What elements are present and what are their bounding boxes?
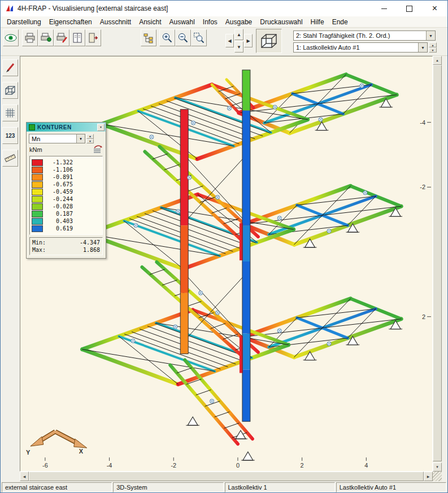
dropdown-arrow-icon[interactable]: ▼ — [76, 134, 85, 143]
zoom-in-icon — [162, 32, 173, 43]
zoom-out-icon — [177, 32, 189, 43]
konturen-panel: KONTUREN ▼ Mn ▼ ▲ ▼ kNm — [26, 122, 106, 259]
menu-item-druckauswahl[interactable]: Druckauswahl — [256, 18, 306, 27]
spin-down-button[interactable]: ▼ — [429, 47, 437, 53]
color-swatch — [32, 189, 43, 195]
scale-options-button[interactable] — [93, 145, 103, 154]
zoom-in-button[interactable] — [159, 29, 175, 46]
column-red — [180, 110, 188, 354]
ruler-label: -4 — [420, 119, 425, 126]
ruler-label: 2 — [301, 462, 304, 469]
ruler-label: -4 — [107, 462, 112, 469]
scroll-down-button[interactable]: ▼ — [433, 463, 442, 472]
scale-value: -0.028 — [46, 203, 73, 210]
mesh-view-button[interactable] — [2, 104, 18, 121]
ruler-label: 0 — [236, 462, 240, 469]
h-scrollbar[interactable]: ◀ ▶ — [20, 472, 433, 481]
platform-bottom-right — [243, 299, 401, 357]
spin-up-button[interactable]: ▲ — [429, 42, 437, 47]
spin-up-button[interactable]: ▲ — [86, 134, 94, 139]
scale-options-icon — [93, 145, 103, 153]
min-label: Min: — [32, 239, 46, 246]
pan-left-button[interactable]: ◀ — [225, 34, 234, 47]
tree-view-button[interactable] — [141, 29, 156, 46]
spin-down-button[interactable]: ▼ — [86, 139, 94, 144]
menu-item-ansicht[interactable]: Ansicht — [135, 18, 165, 27]
axis-indicator: Y X — [26, 431, 87, 456]
scroll-up-button[interactable]: ▲ — [433, 56, 442, 65]
scale-row: 0.187 — [32, 210, 101, 217]
print-button[interactable] — [22, 29, 38, 46]
viewport[interactable]: Y X -6 -4 -2 0 2 4 -4 -2 2 — [20, 56, 433, 472]
measure-button[interactable] — [2, 150, 18, 167]
menu-item-ende[interactable]: Ende — [328, 18, 352, 27]
numbering-button[interactable]: 123 — [2, 127, 18, 144]
printer-user-icon — [40, 33, 51, 43]
minimize-icon — [381, 8, 387, 9]
dropdown-arrow-icon[interactable]: ▼ — [418, 43, 427, 52]
menu-item-darstellung[interactable]: Darstellung — [3, 18, 45, 27]
analysis-select[interactable]: 2: Stahl Tragfähigkeit (Th. 2. Ord.) ▼ — [293, 30, 436, 41]
menu-item-ausschnitt[interactable]: Ausschnitt — [96, 18, 135, 27]
dropdown-arrow-icon[interactable]: ▼ — [426, 31, 435, 40]
menu-item-eigenschaften[interactable]: Eigenschaften — [45, 18, 96, 27]
scale-row: -0.891 — [32, 173, 101, 181]
color-swatch — [32, 181, 43, 188]
maximize-button[interactable] — [397, 1, 422, 16]
report-button[interactable] — [69, 29, 85, 46]
print-edit-button[interactable] — [54, 29, 69, 46]
menu-item-auswahl[interactable]: Auswahl — [165, 18, 198, 27]
zoom-out-button[interactable] — [175, 29, 191, 46]
arrow-left-icon: ◀ — [228, 38, 231, 43]
color-swatch — [32, 203, 43, 210]
h-scroll-thumb[interactable] — [29, 472, 424, 481]
minimize-button[interactable] — [371, 1, 397, 16]
pan-right-button[interactable]: ▶ — [244, 34, 253, 47]
menu-item-infos[interactable]: Infos — [199, 18, 221, 27]
v-scroll-thumb[interactable] — [433, 65, 442, 461]
loadcase-select[interactable]: 1: Lastkollektiv Auto #1 ▼ — [293, 42, 428, 53]
scroll-left-button[interactable]: ◀ — [20, 472, 29, 481]
prism-icon — [5, 85, 16, 96]
scale-value: -0.675 — [46, 181, 73, 187]
edit-mode-button[interactable] — [2, 59, 18, 76]
loadcase-select-value: 1: Lastkollektiv Auto #1 — [294, 44, 418, 51]
view-visibility-button[interactable] — [3, 29, 19, 46]
scroll-right-button[interactable]: ▶ — [424, 472, 433, 481]
ruler-label: -6 — [42, 462, 48, 469]
pan-up-button[interactable]: ▲ — [234, 29, 243, 40]
perspective-view-button[interactable] — [256, 29, 282, 53]
v-scrollbar[interactable]: ▲ ▼ — [433, 56, 442, 472]
status-bar: external staircase east 3D-System Lastko… — [1, 481, 447, 493]
color-swatch — [32, 174, 43, 181]
mesh-icon — [5, 107, 16, 119]
ruler-label: 4 — [364, 462, 368, 469]
quantity-select-value: Mn — [29, 136, 76, 142]
toolbar: ◀ ▲ ▼ ▶ 2: Stahl Tragfähigkeit (Th. 2. O… — [1, 28, 447, 56]
color-swatch — [32, 196, 43, 203]
scale-value: 0.187 — [46, 211, 73, 217]
resize-grip[interactable] — [433, 472, 442, 481]
scale-row: -0.675 — [32, 181, 101, 188]
printer-icon — [24, 33, 36, 43]
close-button[interactable]: × — [422, 1, 447, 16]
door-exit-icon — [88, 33, 99, 43]
minmax-box: Min:-4.347 Max:1.868 — [29, 237, 103, 255]
panel-collapse-button[interactable]: ▼ — [97, 124, 105, 131]
exit-button[interactable] — [85, 29, 101, 46]
axis-x-label: X — [79, 448, 84, 455]
quantity-select[interactable]: Mn ▼ — [29, 134, 85, 143]
color-scale: -1.322 -1.106 -0.891 -0.675 -0.459 -0.24… — [29, 156, 103, 235]
menu-item-hilfe[interactable]: Hilfe — [307, 18, 328, 27]
pan-down-button[interactable]: ▼ — [234, 41, 243, 53]
konturen-panel-header[interactable]: KONTUREN ▼ — [27, 123, 106, 132]
solid-view-button[interactable] — [2, 82, 18, 99]
pencil-icon — [5, 62, 16, 73]
status-field-loadcollective: Lastkollektiv Auto #1 — [336, 482, 446, 492]
printer-edit-icon — [56, 33, 67, 43]
zoom-window-button[interactable] — [191, 29, 207, 46]
menu-item-ausgabe[interactable]: Ausgabe — [221, 18, 256, 27]
scale-row: -1.106 — [32, 166, 101, 173]
scale-row: -0.028 — [32, 203, 101, 210]
print-preview-button[interactable] — [38, 29, 54, 46]
